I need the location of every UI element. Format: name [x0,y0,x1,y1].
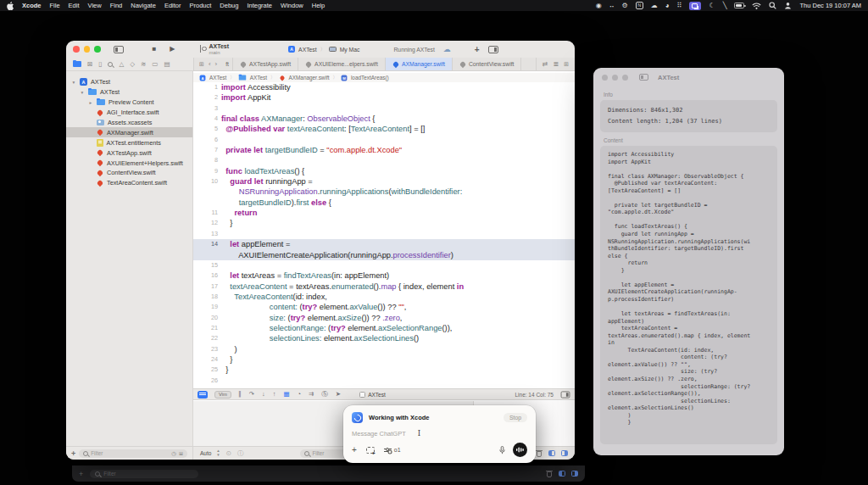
variables-view-scope[interactable]: Auto ▲▼ [200,449,220,457]
step-over-icon[interactable]: ↷ [249,391,254,398]
cloud-icon[interactable]: ☁ [651,3,658,9]
tab-axtestapp-swift[interactable]: AXTestApp.swift [233,58,298,70]
close-button[interactable] [602,75,608,81]
attach-button[interactable]: + [352,446,357,454]
location-icon[interactable]: ➤ [336,391,341,398]
zoom-button[interactable] [622,75,628,81]
tab-ft[interactable]: ft [222,58,233,70]
navigator-toggle-icon[interactable] [114,46,124,53]
info-icon[interactable]: ⓘ [237,449,244,458]
scheme-selector[interactable]: A AXTest 〉 My Mac [288,46,359,53]
menu-item-file[interactable]: File [50,2,60,9]
vim-mode-badge[interactable]: Vim [214,391,231,399]
menu-item-debug[interactable]: Debug [220,2,238,9]
control-center-user-icon[interactable] [784,2,792,9]
step-out-icon[interactable]: ↑ [273,391,276,398]
voice-mode-button[interactable] [513,443,527,457]
draw-tool-icon[interactable]: ╲ [723,3,727,9]
notes-app-icon[interactable]: N [636,2,643,9]
battery-icon[interactable] [734,3,744,8]
grid-icon[interactable]: ⠿ [677,3,682,9]
console-toggle-icon[interactable] [561,391,570,398]
step-in-icon[interactable]: ↓ [262,391,265,398]
jump-bar-item[interactable]: loadTextAreas() [351,75,389,81]
sidebar-toggle-icon[interactable] [639,74,648,81]
bg-add-button[interactable]: + [79,470,83,478]
tests-icon[interactable]: ◇ [130,61,135,68]
navigator-filter-field[interactable]: Filter ◷⊞ [79,449,187,458]
source-control-filter-icon[interactable]: ⊞ [179,450,183,457]
add-file-button[interactable]: + [71,449,75,458]
source-control-icon[interactable]: ⊠ [87,61,92,68]
memory-icon[interactable]: ◔ [298,391,302,398]
bookmarks-icon[interactable]: ▯ [98,61,102,68]
source-control-status[interactable]: AXTest main [199,43,230,55]
issues-icon[interactable]: △ [119,61,124,68]
add-tab-button[interactable]: + [475,45,480,54]
wifi-icon[interactable] [752,3,761,9]
model-selector[interactable]: o1 [384,447,401,453]
sidebar-item-axtest-entitlements[interactable]: AXTest.entitlements [66,137,192,148]
sidebar-item-axtest[interactable]: ▾AAXTest [66,77,192,87]
sidebar-item-contentview-swift[interactable]: ContentView.swift [66,168,192,178]
sidebar-item-textareacontent-swift[interactable]: TextAreaContent.swift [66,178,192,188]
menu-item-integrate[interactable]: Integrate [247,2,272,9]
content-box[interactable]: import Accessibility import AppKit final… [600,146,777,444]
recent-files-icon[interactable]: ◷ [171,450,176,457]
tab-axuieleme-elpers-swift[interactable]: AXUIEleme...elpers.swift [298,58,386,70]
source-editor[interactable]: 1import Accessibility2import AppKit34fin… [193,82,575,388]
swap-editor-icon[interactable]: ⇄ [542,60,548,68]
run-button[interactable]: ▶ [170,46,175,53]
menu-clock[interactable]: Thu Dec 19 10:07 AM [799,2,861,9]
jump-bar[interactable]: AAXTest〉AXTest〉AXManager.swift〉MloadText… [193,73,575,82]
find-icon[interactable] [108,62,113,67]
sidebar-item-axtestapp-swift[interactable]: AXTestApp.swift [66,148,192,158]
variables-pane-toggle-icon[interactable] [548,450,555,456]
disclosure-icon[interactable]: ▾ [71,80,76,85]
chatgpt-message-input[interactable]: Message ChatGPT I [352,429,527,438]
recording-app-icon[interactable]: ◉ [596,3,602,9]
window-manager-icon[interactable] [689,2,701,10]
pause-icon[interactable]: ∥ [238,391,242,398]
breakpoints-icon[interactable]: ▭ [152,61,158,68]
menu-item-edit[interactable]: Edit [69,2,80,9]
sidebar-item-preview-content[interactable]: ▸Preview Content [66,98,192,108]
menu-item-find[interactable]: Find [110,2,123,9]
spotlight-icon[interactable] [769,2,776,9]
bg-trash-icon[interactable] [546,470,553,477]
menu-item-help[interactable]: Help [312,2,325,9]
jump-bar-item[interactable]: AXManager.swift [289,75,330,81]
debug-icon[interactable]: ≋ [141,61,146,68]
activity-status[interactable]: Running AXTest [393,47,434,53]
meet-app-icon[interactable]: ◕ [665,3,670,9]
minimize-button[interactable] [84,46,91,53]
clear-console-icon[interactable] [536,449,542,457]
threads-icon[interactable]: ⇉ [309,391,314,398]
menu-item-product[interactable]: Product [189,2,211,9]
sidebar-item-axuielement-helpers-swift[interactable]: AXUIElement+Helpers.swift [66,158,192,168]
console-pane-toggle-icon[interactable] [561,450,568,456]
minimap-icon[interactable]: ≣ [553,60,559,68]
menu-item-navigate[interactable]: Navigate [131,2,156,9]
tab-overview-icon[interactable]: ⊞ [199,61,204,68]
view-debugger-icon[interactable]: ▦ [283,391,289,398]
disclosure-icon[interactable]: ▾ [80,90,85,95]
target-checkbox[interactable] [359,392,365,398]
microphone-icon[interactable] [499,446,505,454]
stop-button[interactable]: ■ [153,46,157,53]
menu-item-xcode[interactable]: Xcode [22,2,42,9]
gear-icon[interactable]: ⚙ [622,3,628,9]
back-icon[interactable]: ‹ [209,60,211,68]
bg-filter-field[interactable]: Filter [90,470,198,478]
split-editor-icon[interactable]: ⊞ [564,61,569,68]
menu-item-window[interactable]: Window [281,2,303,9]
menu-item-view[interactable]: View [88,2,102,9]
jump-bar-item[interactable]: AXTest [250,75,267,81]
bg-right-pane-icon[interactable] [571,471,578,477]
inspector-toggle-icon[interactable] [488,46,498,53]
sidebar-item-agi-interface-swift[interactable]: AGI_Interface.swift [66,108,192,118]
tab-contentview-swift[interactable]: ContentView.swift [453,58,522,70]
sidebar-item-axmanager-swift[interactable]: AXManager.swift [66,127,192,137]
jump-bar-item[interactable]: AXTest [209,75,226,81]
zoom-button[interactable] [94,46,101,53]
